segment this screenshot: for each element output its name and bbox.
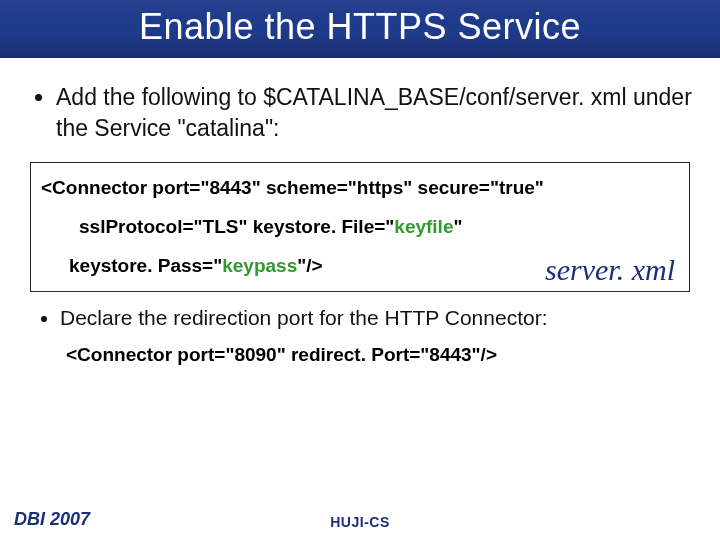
bullet-list-1: Add the following to $CATALINA_BASE/conf…: [22, 82, 698, 144]
code-box-connector-https: <Connector port="8443" scheme="https" se…: [30, 162, 690, 292]
title-band: Enable the HTTPS Service: [0, 0, 720, 58]
code-badge-serverxml: server. xml: [545, 253, 675, 287]
code-line-2-post: ": [453, 216, 462, 237]
slide-body: Add the following to $CATALINA_BASE/conf…: [0, 58, 720, 366]
bullet-1: Add the following to $CATALINA_BASE/conf…: [56, 82, 698, 144]
code-line-3-pre: keystore. Pass=": [69, 255, 222, 276]
bullet-list-2: Declare the redirection port for the HTT…: [22, 306, 698, 330]
code-keypass: keypass: [222, 255, 297, 276]
slide-title: Enable the HTTPS Service: [14, 6, 706, 48]
code-line-2-pre: sslProtocol="TLS" keystore. File=": [79, 216, 394, 237]
footer: DBI 2007 HUJI-CS: [0, 509, 720, 530]
footer-left: DBI 2007: [14, 509, 90, 530]
code-line-redirect: <Connector port="8090" redirect. Port="8…: [66, 344, 698, 366]
code-line-2: sslProtocol="TLS" keystore. File="keyfil…: [41, 216, 679, 239]
code-line-3-post: "/>: [297, 255, 322, 276]
code-keyfile: keyfile: [394, 216, 453, 237]
code-line-1: <Connector port="8443" scheme="https" se…: [41, 177, 679, 200]
bullet-2: Declare the redirection port for the HTT…: [60, 306, 698, 330]
footer-center: HUJI-CS: [330, 514, 390, 530]
